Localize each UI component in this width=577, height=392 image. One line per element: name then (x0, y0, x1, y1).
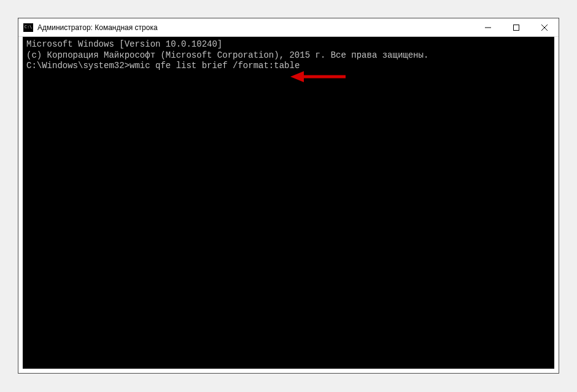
command-input: wmic qfe list brief /format:table (130, 61, 300, 71)
minimize-icon (485, 25, 491, 31)
minimize-button[interactable] (474, 18, 502, 36)
cmd-icon (23, 23, 33, 32)
window-controls (474, 18, 559, 36)
window-title: Администратор: Командная строка (37, 23, 474, 32)
svg-rect-1 (514, 25, 519, 30)
terminal-area[interactable]: Microsoft Windows [Version 10.0.10240] (… (23, 37, 554, 369)
titlebar[interactable]: Администратор: Командная строка (18, 18, 559, 37)
command-prompt-window: Администратор: Командная строка Microsof… (18, 18, 559, 374)
terminal-output-line: Microsoft Windows [Version 10.0.10240] (26, 39, 551, 50)
maximize-button[interactable] (502, 18, 530, 36)
close-icon (541, 25, 548, 31)
close-button[interactable] (530, 18, 559, 36)
terminal-prompt-line: C:\Windows\system32>wmic qfe list brief … (26, 61, 551, 72)
terminal-output-line: (c) Корпорация Майкрософт (Microsoft Cor… (26, 50, 551, 61)
maximize-icon (513, 25, 519, 31)
prompt: C:\Windows\system32> (26, 61, 130, 71)
